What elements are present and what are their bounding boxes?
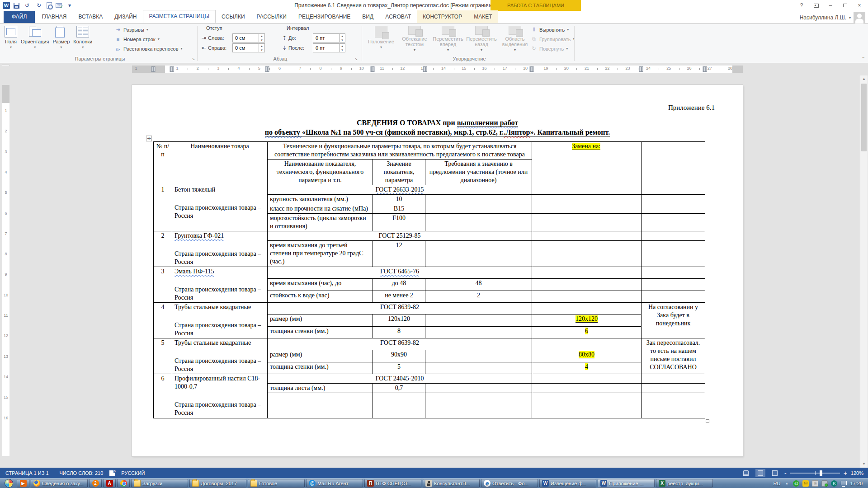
item-gost[interactable]: ГОСТ 26633-2015	[268, 185, 532, 195]
spin-down-icon[interactable]: ▼	[259, 38, 264, 42]
field-input[interactable]: 0 см▲▼	[232, 43, 265, 52]
param-value-cell[interactable]: 10	[373, 195, 425, 204]
avatar[interactable]	[854, 12, 865, 23]
taskbar-button-договоры_2017[interactable]: Договоры_2017	[189, 479, 246, 488]
replace-cell[interactable]: 6	[532, 326, 642, 338]
item-name-cell[interactable]: Профилированный настил С18-1000-0,7Стран…	[172, 374, 268, 418]
spin-up-icon[interactable]: ▲	[340, 44, 345, 48]
removable-device-icon[interactable]	[821, 480, 828, 487]
header-num[interactable]: № п/п	[154, 142, 172, 185]
replace-cell[interactable]: 120х120	[532, 314, 642, 326]
save-icon[interactable]	[14, 3, 19, 9]
item-gost[interactable]: ГОСТ 6465-76	[268, 267, 532, 279]
replace-cell[interactable]	[532, 214, 642, 231]
note-cell[interactable]	[642, 393, 705, 418]
tab-главная[interactable]: ГЛАВНАЯ	[36, 11, 72, 23]
param-name-cell[interactable]: крупность заполнителя (мм.)	[268, 195, 373, 204]
note-cell[interactable]	[642, 384, 705, 393]
item-name-cell[interactable]: Бетон тяжелыйСтрана происхождения товара…	[172, 185, 268, 231]
taskbar-button-готовое[interactable]: Готовое	[248, 479, 305, 488]
menu-breaks[interactable]: ⇥Разрывы▾	[115, 25, 183, 34]
tab-acrobat[interactable]: ACROBAT	[379, 11, 417, 23]
scrollbar-thumb[interactable]	[861, 84, 867, 151]
param-value-cell[interactable]	[373, 393, 425, 418]
spinner-icons[interactable]: ▲▼	[339, 34, 345, 42]
horizontal-ruler[interactable]: 1123456789101112131415161718192021222324…	[0, 66, 868, 73]
note-cell[interactable]	[642, 214, 705, 231]
param-name-cell[interactable]: толщина стенки (мм.)	[268, 326, 373, 338]
param-name-cell[interactable]: время высыхания (час), до	[268, 279, 373, 291]
replace-cell[interactable]	[532, 204, 642, 214]
note-cell[interactable]	[642, 195, 705, 204]
table-column-marker[interactable]	[703, 66, 707, 72]
mailru-agent-icon[interactable]: @	[793, 480, 799, 487]
new-mail-icon[interactable]: ✉	[802, 480, 809, 487]
user-account[interactable]: Насибуллина Л.Ш. ▾	[800, 12, 865, 23]
param-value-cell[interactable]: 120х120	[373, 314, 425, 326]
zoom-slider-thumb[interactable]	[820, 470, 822, 476]
replace-cell[interactable]: 80х80	[532, 350, 642, 362]
table-column-marker[interactable]	[151, 66, 156, 72]
field-input[interactable]: 0 см▲▼	[232, 33, 265, 42]
item-gost[interactable]: ГОСТ 8639-82	[268, 303, 532, 314]
item-name-cell[interactable]: Грунтовка ГФ-021Страна происхождения тов…	[172, 231, 268, 267]
ribbon-display-options-icon[interactable]	[809, 1, 823, 10]
email-check-icon[interactable]	[56, 3, 62, 8]
replace-cell[interactable]	[532, 374, 642, 384]
start-button[interactable]	[2, 479, 15, 488]
note-cell[interactable]	[642, 291, 705, 302]
item-number[interactable]: 3	[154, 267, 172, 303]
requirement-cell[interactable]: 48	[425, 279, 532, 291]
antivirus-icon[interactable]: K	[831, 480, 837, 487]
page-indicator[interactable]: СТРАНИЦА 1 ИЗ 1	[0, 470, 54, 476]
note-cell[interactable]	[642, 231, 705, 241]
network-icon[interactable]	[840, 480, 847, 487]
taskbar-button[interactable]: 2	[89, 479, 102, 488]
param-value-cell[interactable]: 0,7	[373, 384, 425, 393]
tab-ссылки[interactable]: ССЫЛКИ	[216, 11, 250, 23]
clock[interactable]: 17:20	[850, 481, 863, 486]
zoom-slider[interactable]	[790, 473, 840, 474]
tab-файл[interactable]: ФАЙЛ	[4, 11, 35, 23]
word-logo-icon[interactable]: W	[3, 2, 10, 9]
tab-дизайн[interactable]: ДИЗАЙН	[108, 11, 142, 23]
table-column-marker[interactable]	[265, 66, 269, 72]
replace-cell[interactable]	[532, 279, 642, 291]
replace-cell[interactable]	[532, 241, 642, 267]
document-page[interactable]: Приложение 6.1 СВЕДЕНИЯ О ТОВАРАХ при вы…	[132, 85, 743, 456]
replace-cell[interactable]: 4	[532, 362, 642, 374]
requirement-cell[interactable]	[425, 362, 532, 374]
param-name-cell[interactable]: размер (мм)	[268, 350, 373, 362]
param-value-cell[interactable]: до 48	[373, 279, 425, 291]
field-input[interactable]: 0 пт▲▼	[313, 33, 345, 42]
item-gost[interactable]: ГОСТ 24045-2010	[268, 374, 532, 384]
taskbar-button-ответить-фо-[interactable]: eОтветить - Фо...	[481, 479, 538, 488]
table-resize-handle[interactable]	[706, 419, 709, 423]
requirement-cell[interactable]	[425, 326, 532, 338]
table-move-handle[interactable]: ✛	[146, 136, 152, 141]
proofing-errors-icon[interactable]	[109, 470, 115, 476]
requirement-cell[interactable]	[425, 350, 532, 362]
tab-рецензирование[interactable]: РЕЦЕНЗИРОВАНИЕ	[292, 11, 356, 23]
vertical-scrollbar[interactable]: ▲ ▼	[860, 75, 868, 468]
header-param-name[interactable]: Наименование показателя, технического, ф…	[268, 160, 373, 185]
zoom-out-icon[interactable]: -	[784, 469, 787, 477]
item-gost[interactable]: ГОСТ 25129-85	[268, 231, 532, 241]
note-cell[interactable]	[642, 185, 705, 195]
web-layout-icon[interactable]	[770, 469, 780, 477]
item-gost[interactable]: ГОСТ 8639-82	[268, 338, 532, 350]
collapse-ribbon-icon[interactable]: ⌃	[862, 56, 865, 61]
item-name-cell[interactable]: Трубы стальные квадратныеСтрана происхож…	[172, 338, 268, 374]
item-number[interactable]: 2	[154, 231, 172, 267]
item-number[interactable]: 1	[154, 185, 172, 231]
replace-cell[interactable]	[532, 267, 642, 279]
param-name-cell[interactable]: толщина стенки (мм.)	[268, 362, 373, 374]
item-name-cell[interactable]: Эмаль ПФ-115Страна происхождения товара …	[172, 267, 268, 303]
vertical-ruler[interactable]: 12345678910111213141516	[2, 85, 9, 456]
param-name-cell[interactable]: размер (мм)	[268, 314, 373, 326]
taskbar-button[interactable]: ▶	[17, 479, 29, 488]
note-cell[interactable]	[642, 279, 705, 291]
taskbar-button[interactable]	[117, 479, 130, 488]
scroll-up-icon[interactable]: ▲	[860, 75, 868, 83]
param-name-cell[interactable]: время высыхания до третьей степени при т…	[268, 241, 373, 267]
